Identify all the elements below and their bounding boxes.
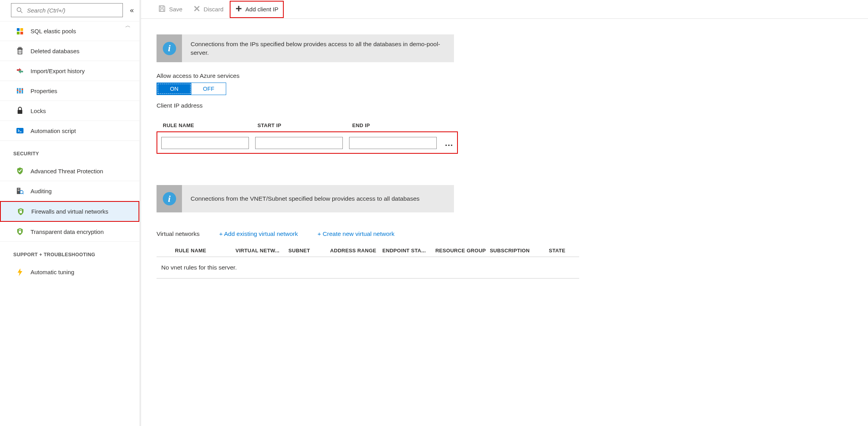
rule-name-input[interactable] [161, 137, 249, 149]
main-pane: Save Discard Add client IP i Connections… [141, 0, 868, 426]
search-icon [15, 6, 24, 14]
virtual-networks-label: Virtual networks [157, 230, 200, 237]
bolt-icon [16, 268, 24, 277]
header-virtual-network: VIRTUAL NETW... [236, 248, 288, 253]
sidebar: « ︿ SQL elastic pools Deleted databases … [0, 0, 140, 426]
add-client-ip-label: Add client IP [245, 6, 278, 13]
close-icon [193, 5, 200, 13]
svg-rect-22 [18, 190, 20, 191]
content: i Connections from the IPs specified bel… [141, 19, 868, 426]
sidebar-item-label: Firewalls and virtual networks [31, 208, 108, 215]
toggle-on[interactable]: ON [157, 83, 191, 95]
header-rule-name: RULE NAME [163, 122, 251, 128]
header-end-ip: END IP [352, 122, 441, 128]
svg-rect-5 [20, 32, 23, 34]
add-existing-vnet-link[interactable]: + Add existing virtual network [219, 230, 298, 237]
create-new-vnet-link[interactable]: + Create new virtual network [317, 230, 394, 237]
add-client-ip-button[interactable]: Add client IP [230, 1, 284, 18]
info-icon: i [163, 42, 176, 55]
discard-button[interactable]: Discard [189, 2, 228, 17]
collapse-sidebar-button[interactable]: « [130, 6, 135, 14]
elastic-pools-icon [16, 27, 24, 36]
lock-icon [16, 106, 24, 115]
sidebar-item-label: Properties [31, 88, 57, 94]
search-box[interactable] [11, 3, 123, 17]
svg-rect-15 [19, 91, 21, 92]
toggle-off[interactable]: OFF [191, 83, 226, 95]
sidebar-item-label: Import/Export history [31, 68, 85, 74]
vnet-table: RULE NAME VIRTUAL NETW... SUBNET ADDRESS… [157, 248, 579, 279]
sidebar-item-label: SQL elastic pools [31, 28, 76, 34]
end-ip-input[interactable] [349, 137, 437, 149]
header-rule-name: RULE NAME [157, 248, 236, 253]
svg-rect-17 [18, 110, 22, 114]
info-banner-vnet: i Connections from the VNET/Subnet speci… [157, 185, 454, 212]
sidebar-item-locks[interactable]: Locks [0, 101, 139, 121]
sidebar-item-properties[interactable]: Properties [0, 81, 139, 101]
header-state: STATE [549, 248, 579, 253]
client-ip-label: Client IP address [157, 102, 868, 109]
svg-rect-21 [18, 189, 20, 189]
firewall-rule-row: … [157, 131, 458, 154]
toolbar: Save Discard Add client IP [141, 0, 868, 19]
vnet-table-header: RULE NAME VIRTUAL NETW... SUBNET ADDRESS… [157, 248, 579, 257]
sidebar-item-advanced-threat-protection[interactable]: Advanced Threat Protection [0, 161, 139, 181]
svg-point-0 [17, 8, 21, 12]
trash-icon [16, 47, 24, 55]
svg-rect-25 [20, 211, 22, 213]
info-banner-ips: i Connections from the IPs specified bel… [157, 34, 454, 62]
save-icon [158, 5, 166, 14]
sidebar-item-label: Locks [31, 108, 46, 114]
sidebar-item-label: Automatic tuning [31, 269, 74, 275]
vnet-header-row: Virtual networks + Add existing virtual … [157, 230, 868, 237]
info-text: Connections from the VNET/Subnet specifi… [182, 185, 454, 212]
info-text: Connections from the IPs specified below… [182, 34, 454, 62]
sidebar-section-security: SECURITY [0, 141, 139, 161]
sidebar-item-automation-script[interactable]: Automation script [0, 121, 139, 141]
vnet-empty-message: No vnet rules for this server. [157, 257, 579, 279]
info-icon-box: i [157, 34, 182, 62]
save-label: Save [169, 6, 182, 13]
sidebar-item-automatic-tuning[interactable]: Automatic tuning [0, 262, 139, 282]
svg-rect-4 [17, 32, 20, 34]
shield-check-icon [16, 167, 24, 175]
svg-rect-26 [19, 231, 21, 233]
svg-rect-18 [16, 128, 23, 133]
svg-rect-8 [19, 47, 21, 49]
sidebar-section-support: SUPPORT + TROUBLESHOOTING [0, 242, 139, 262]
sidebar-item-import-export-history[interactable]: Import/Export history [0, 61, 139, 81]
save-button[interactable]: Save [153, 2, 187, 17]
info-icon: i [163, 192, 176, 205]
sidebar-item-deleted-databases[interactable]: Deleted databases [0, 41, 139, 61]
svg-point-23 [20, 191, 23, 194]
shield-lock-icon [16, 227, 24, 236]
discard-label: Discard [203, 6, 223, 13]
allow-azure-toggle[interactable]: ON OFF [157, 83, 226, 95]
sidebar-item-auditing[interactable]: Auditing [0, 181, 139, 201]
svg-rect-12 [19, 88, 21, 93]
shield-lock-icon [16, 207, 25, 216]
properties-icon [16, 86, 24, 95]
firewall-rule-headers: RULE NAME START IP END IP [157, 122, 868, 128]
start-ip-input[interactable] [255, 137, 343, 149]
import-export-icon [16, 67, 24, 75]
search-input[interactable] [27, 7, 119, 14]
header-resource-group: RESOURCE GROUP [435, 248, 490, 253]
sidebar-nav[interactable]: ︿ SQL elastic pools Deleted databases Im… [0, 21, 139, 426]
svg-rect-16 [22, 89, 23, 90]
svg-rect-27 [160, 6, 163, 8]
header-subscription: SUBSCRIPTION [490, 248, 549, 253]
script-icon [16, 126, 24, 135]
sidebar-item-label: Advanced Threat Protection [31, 168, 103, 174]
more-actions-button[interactable]: … [443, 141, 454, 145]
sidebar-item-transparent-data-encryption[interactable]: Transparent data encryption [0, 222, 139, 242]
sidebar-item-label: Automation script [31, 128, 76, 134]
header-subnet: SUBNET [288, 248, 330, 253]
svg-rect-7 [18, 49, 22, 54]
svg-rect-2 [17, 28, 20, 31]
sidebar-item-firewalls-and-virtual-networks[interactable]: Firewalls and virtual networks [0, 201, 139, 222]
svg-line-24 [23, 193, 23, 194]
allow-azure-label: Allow access to Azure services [157, 72, 868, 79]
auditing-icon [16, 187, 24, 195]
sidebar-item-sql-elastic-pools[interactable]: SQL elastic pools [0, 21, 139, 41]
